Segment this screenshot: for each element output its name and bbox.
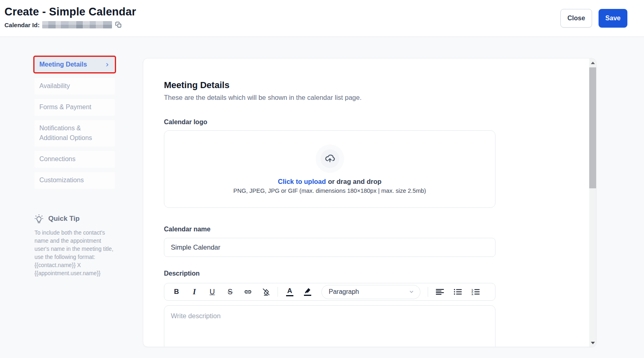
sidebar-item-label: Connections (39, 154, 75, 164)
cloud-upload-icon (325, 153, 335, 164)
page-title: Create - Simple Calendar (4, 6, 136, 18)
upload-cta-suffix: or drag and drop (328, 178, 381, 185)
paragraph-style-value: Paragraph (329, 288, 359, 295)
bold-button[interactable]: B (169, 285, 184, 299)
sidebar-item-label: Meeting Details (39, 60, 87, 70)
sidebar-item-meeting-details[interactable]: Meeting Details (34, 57, 115, 72)
calendar-name-label: Calendar name (164, 226, 495, 233)
page-header: Create - Simple Calendar Calendar Id: Cl… (0, 0, 644, 37)
panel-scrollbar[interactable] (589, 58, 596, 347)
settings-sidebar: Meeting Details Availability Forms & Pay… (34, 57, 115, 278)
toolbar-divider (278, 287, 278, 297)
calendar-name-input[interactable] (164, 238, 495, 257)
sidebar-item-customizations[interactable]: Customizations (34, 172, 115, 189)
click-to-upload-link[interactable]: Click to upload (278, 178, 326, 185)
numbered-list-icon[interactable]: 1. 2. 3. (468, 285, 483, 299)
description-textarea[interactable] (164, 305, 495, 347)
upload-icon-ring (316, 144, 344, 173)
scrollbar-thumb[interactable] (589, 67, 596, 188)
scroll-up-arrow-icon[interactable] (591, 62, 595, 64)
meeting-details-content: Meeting Details These are the details wh… (143, 58, 495, 347)
text-color-button[interactable]: A (282, 285, 297, 299)
sidebar-item-forms-payment[interactable]: Forms & Payment (34, 99, 115, 116)
toolbar-divider (428, 287, 428, 297)
bullet-list-icon[interactable] (450, 285, 465, 299)
upload-cta: Click to upload or drag and drop (278, 178, 381, 185)
svg-text:3.: 3. (472, 293, 474, 295)
close-button[interactable]: Close (560, 9, 592, 28)
chevron-down-icon (409, 289, 414, 295)
section-title: Meeting Details (164, 80, 495, 91)
sidebar-item-label: Forms & Payment (39, 102, 91, 112)
upload-hint: PNG, JPEG, JPG or GIF (max. dimensions 1… (233, 188, 426, 194)
highlight-color-icon[interactable] (300, 285, 315, 299)
sidebar-item-label: Notifications & Additional Options (39, 123, 110, 144)
strikethrough-button[interactable]: S (223, 285, 237, 299)
quick-tip-header: Quick Tip (34, 214, 114, 224)
quick-tip: Quick Tip To include both the contact's … (34, 214, 114, 278)
save-button[interactable]: Save (599, 9, 627, 28)
sidebar-item-label: Customizations (39, 175, 84, 185)
quick-tip-text: To include both the contact's name and t… (34, 229, 114, 278)
quick-tip-title: Quick Tip (48, 215, 80, 223)
lightbulb-icon (34, 214, 43, 224)
calendar-id-row: Calendar Id: (4, 21, 136, 29)
description-label: Description (164, 270, 495, 277)
calendar-id-masked-value (42, 21, 112, 28)
sidebar-item-label: Availability (39, 81, 70, 91)
scroll-down-arrow-icon[interactable] (591, 342, 595, 344)
link-icon[interactable] (241, 285, 255, 299)
copy-icon[interactable] (114, 21, 123, 29)
sidebar-item-notifications-options[interactable]: Notifications & Additional Options (34, 120, 115, 147)
sidebar-item-connections[interactable]: Connections (34, 151, 115, 168)
calendar-id-label: Calendar Id: (4, 22, 40, 28)
section-subtitle: These are the details which will be show… (164, 94, 495, 101)
header-left: Create - Simple Calendar Calendar Id: (4, 6, 136, 29)
clear-format-icon[interactable] (258, 285, 273, 299)
align-left-icon[interactable] (433, 285, 447, 299)
underline-button[interactable]: U (205, 285, 220, 299)
italic-button[interactable]: I (187, 285, 202, 299)
rich-text-toolbar: B I U S A (164, 283, 495, 301)
header-actions: Close Save (560, 9, 627, 28)
chevron-right-icon (105, 62, 110, 67)
logo-upload-dropzone[interactable]: Click to upload or drag and drop PNG, JP… (164, 130, 495, 208)
meeting-details-panel: Meeting Details These are the details wh… (143, 58, 597, 347)
sidebar-item-availability[interactable]: Availability (34, 78, 115, 95)
paragraph-style-select[interactable]: Paragraph (321, 285, 420, 299)
calendar-logo-label: Calendar logo (164, 119, 495, 126)
